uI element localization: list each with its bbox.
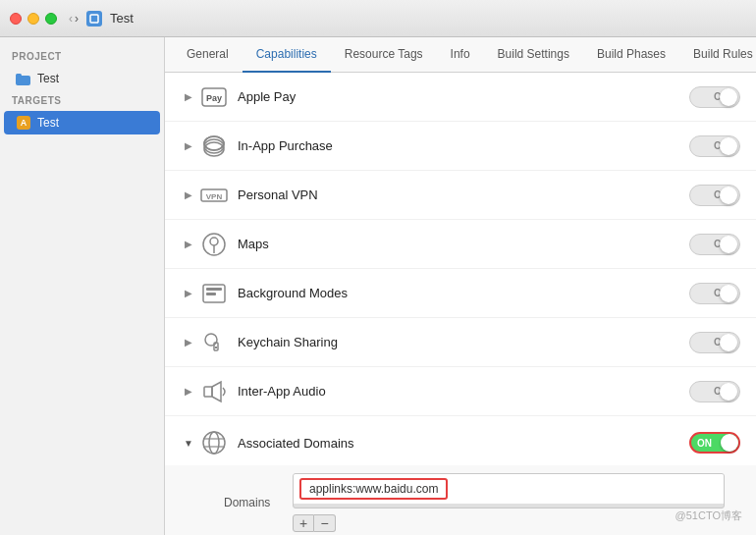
- capability-maps: ▶ Maps OFF: [165, 220, 756, 269]
- nav-arrows: ‹ ›: [69, 12, 79, 26]
- audio-icon: [200, 378, 228, 405]
- maps-toggle-thumb: [720, 236, 737, 253]
- sidebar-item-project[interactable]: Test: [4, 67, 160, 90]
- associated-domains-expanded: Domains applinks:www.baidu.com + −: [165, 465, 756, 535]
- chevron-inter-app-audio[interactable]: ▶: [181, 384, 196, 400]
- svg-point-19: [205, 334, 217, 346]
- associated-domains-label: Associated Domains: [238, 436, 689, 451]
- apple-pay-toggle-thumb: [720, 88, 737, 106]
- svg-rect-22: [204, 387, 212, 397]
- in-app-purchase-toggle-thumb: [720, 137, 737, 155]
- maps-toggle[interactable]: OFF: [689, 234, 740, 255]
- inter-app-audio-toggle-thumb: [720, 383, 737, 401]
- project-label: Test: [37, 72, 59, 85]
- apple-pay-toggle[interactable]: OFF: [689, 86, 740, 108]
- tab-build-settings[interactable]: Build Settings: [484, 37, 583, 73]
- associated-domains-toggle-label: ON: [697, 438, 712, 449]
- chevron-maps[interactable]: ▶: [181, 237, 196, 252]
- project-icon: [86, 11, 102, 27]
- capability-in-app-purchase: ▶ In-App Purchase OFF: [165, 122, 756, 171]
- capability-inter-app-audio: ▶ Inter-App Audio OFF: [165, 367, 756, 416]
- close-button[interactable]: [10, 13, 22, 25]
- domains-table: applinks:www.baidu.com: [293, 473, 725, 508]
- tab-build-phases[interactable]: Build Phases: [583, 37, 679, 73]
- target-icon: A: [16, 115, 31, 131]
- keychain-icon: [200, 329, 228, 356]
- capability-associated-domains: ▼ Associated Domains ON: [165, 416, 756, 465]
- svg-rect-0: [90, 15, 98, 23]
- svg-rect-2: [16, 74, 22, 78]
- fullscreen-button[interactable]: [45, 13, 57, 25]
- main-container: PROJECT Test TARGETS A Test: [0, 37, 756, 535]
- associated-domains-toggle[interactable]: ON: [689, 432, 740, 454]
- tab-info[interactable]: Info: [437, 37, 484, 73]
- svg-rect-18: [206, 293, 216, 295]
- svg-rect-17: [206, 288, 222, 291]
- domain-add-remove-buttons: + −: [293, 514, 725, 532]
- personal-vpn-label: Personal VPN: [238, 187, 689, 202]
- content-area: General Capabilities Resource Tags Info …: [165, 37, 756, 535]
- domains-table-container: applinks:www.baidu.com + −: [293, 473, 725, 532]
- personal-vpn-toggle[interactable]: OFF: [689, 185, 740, 206]
- tab-build-rules[interactable]: Build Rules: [679, 37, 756, 73]
- titlebar: ‹ › Test: [0, 0, 756, 37]
- sidebar-item-target[interactable]: A Test: [4, 111, 160, 134]
- tab-resource-tags[interactable]: Resource Tags: [331, 37, 437, 73]
- capability-apple-pay: ▶ Pay Apple Pay OFF: [165, 73, 756, 122]
- chevron-background-modes[interactable]: ▶: [181, 286, 196, 301]
- apple-pay-label: Apple Pay: [238, 89, 689, 104]
- tab-capabilities[interactable]: Capabilities: [243, 37, 331, 73]
- inter-app-audio-toggle[interactable]: OFF: [689, 381, 740, 402]
- minimize-button[interactable]: [27, 13, 39, 25]
- tab-general[interactable]: General: [173, 37, 243, 73]
- back-arrow[interactable]: ‹: [69, 12, 73, 26]
- chevron-personal-vpn[interactable]: ▶: [181, 187, 196, 203]
- svg-point-14: [210, 238, 218, 245]
- svg-point-9: [204, 139, 224, 153]
- forward-arrow[interactable]: ›: [75, 12, 79, 26]
- in-app-purchase-toggle[interactable]: OFF: [689, 135, 740, 157]
- maps-icon: [200, 231, 228, 258]
- keychain-sharing-toggle[interactable]: OFF: [689, 332, 740, 353]
- window-title: Test: [110, 11, 134, 26]
- svg-text:A: A: [21, 118, 27, 128]
- project-section-label: PROJECT: [0, 47, 164, 66]
- project-folder-icon: [16, 71, 31, 86]
- background-modes-label: Background Modes: [238, 286, 689, 300]
- chevron-apple-pay[interactable]: ▶: [181, 89, 196, 105]
- background-modes-toggle[interactable]: OFF: [689, 283, 740, 304]
- watermark: @51CTO博客: [675, 508, 742, 523]
- svg-point-24: [203, 432, 225, 454]
- keychain-sharing-toggle-thumb: [720, 334, 737, 351]
- in-app-purchase-label: In-App Purchase: [238, 138, 689, 153]
- remove-domain-button[interactable]: −: [314, 514, 336, 532]
- capabilities-list: ▶ Pay Apple Pay OFF ▶: [165, 73, 756, 535]
- add-domain-button[interactable]: +: [293, 514, 314, 532]
- personal-vpn-toggle-thumb: [720, 187, 737, 204]
- domain-entry-value[interactable]: applinks:www.baidu.com: [299, 478, 448, 500]
- domain-entry-row: applinks:www.baidu.com: [294, 474, 724, 504]
- keychain-sharing-label: Keychain Sharing: [238, 335, 689, 349]
- chevron-keychain-sharing[interactable]: ▶: [181, 335, 196, 350]
- maps-label: Maps: [238, 237, 689, 251]
- globe-icon: [200, 429, 228, 456]
- targets-section-label: TARGETS: [0, 91, 164, 110]
- capability-personal-vpn: ▶ VPN Personal VPN OFF: [165, 171, 756, 220]
- svg-point-10: [204, 142, 224, 156]
- associated-domains-toggle-thumb: [721, 434, 738, 452]
- chevron-associated-domains[interactable]: ▼: [181, 435, 196, 451]
- sidebar: PROJECT Test TARGETS A Test: [0, 37, 165, 535]
- tab-bar: General Capabilities Resource Tags Info …: [165, 37, 756, 73]
- apple-pay-icon: Pay: [200, 83, 228, 111]
- domain-row: Domains applinks:www.baidu.com + −: [224, 473, 740, 532]
- svg-point-25: [209, 432, 219, 454]
- capability-background-modes: ▶ Background Modes OFF: [165, 269, 756, 318]
- background-modes-icon: [200, 280, 228, 307]
- traffic-lights: [10, 13, 57, 25]
- in-app-purchase-icon: [200, 133, 228, 160]
- inter-app-audio-label: Inter-App Audio: [238, 384, 689, 399]
- svg-marker-23: [212, 382, 221, 401]
- svg-point-8: [204, 136, 224, 150]
- svg-text:VPN: VPN: [206, 192, 223, 201]
- chevron-in-app-purchase[interactable]: ▶: [181, 138, 196, 154]
